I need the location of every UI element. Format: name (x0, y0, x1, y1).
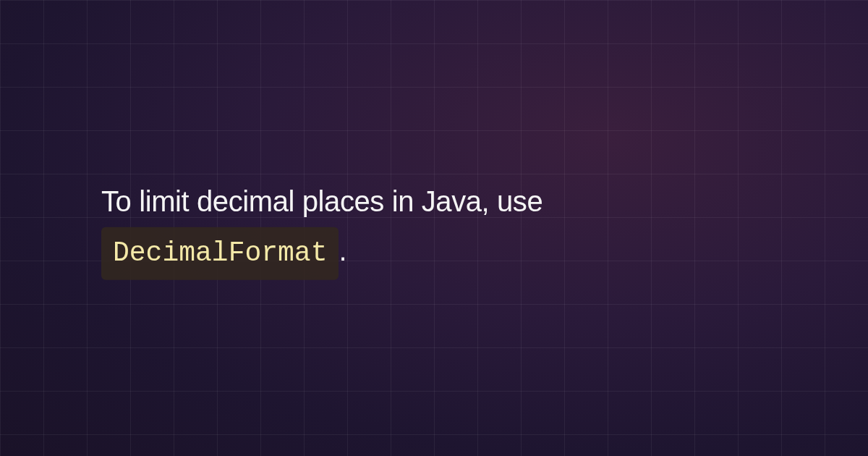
content-container: To limit decimal places in Java, use Dec… (87, 177, 781, 280)
text-after-code: . (339, 235, 346, 266)
text-before-code: To limit decimal places in Java, use (101, 185, 542, 217)
code-snippet: DecimalFormat (101, 227, 339, 280)
main-text: To limit decimal places in Java, use Dec… (101, 177, 767, 280)
